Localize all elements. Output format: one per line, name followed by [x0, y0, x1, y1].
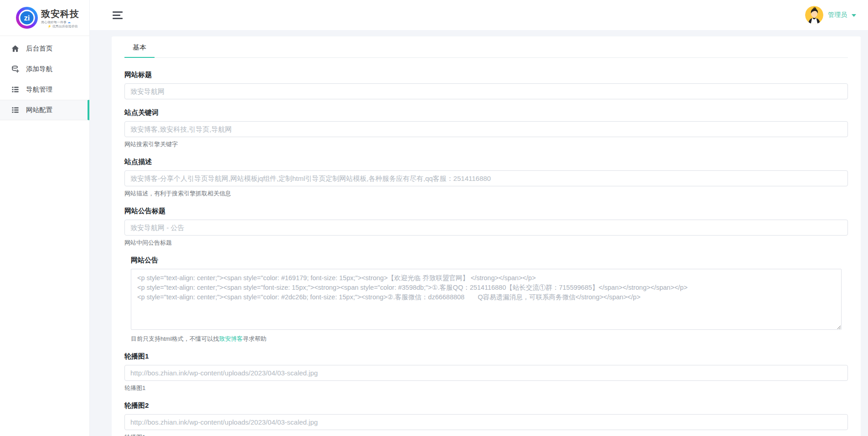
field-notice-title: 网站公告标题 网站中间公告标题 [124, 207, 848, 247]
field-help: 网站搜索引擎关键字 [124, 140, 848, 149]
field-help: 目前只支持html格式，不懂可以找致安博客寻求帮助 [131, 335, 848, 343]
field-site-title: 网站标题 [124, 71, 848, 99]
field-help: 网站中间公告标题 [124, 239, 848, 247]
field-notice-content: 网站公告 <p style="text-align: center;"><spa… [124, 256, 848, 343]
brand-logo[interactable]: zi 致安科技 用心做好每一件事 ☁ ⚡ 优秀品质创造价值 [0, 0, 89, 36]
field-help: 轮播图1 [124, 433, 848, 436]
sidebar-item-label: 后台首页 [26, 44, 52, 53]
notice-textarea[interactable]: <p style="text-align: center;"><span sty… [131, 269, 842, 330]
site-config-form: 网站标题 站点关键词 网站搜索引擎关键字 站点描述 网站描述，有利于搜索引擎抓取… [124, 58, 848, 436]
field-label: 网站标题 [124, 71, 848, 79]
list-icon [11, 85, 20, 94]
settings-card: 基本 网站标题 站点关键词 网站搜索引擎关键字 站点描述 [112, 36, 861, 436]
sidebar-item-label: 添加导航 [26, 65, 52, 73]
user-menu[interactable]: 管理员 [805, 6, 856, 24]
sidebar-item-label: 网站配置 [26, 106, 52, 114]
home-icon [11, 44, 20, 53]
field-label: 轮播图2 [124, 401, 848, 410]
site-title-input[interactable] [124, 83, 848, 99]
app-root: zi 致安科技 用心做好每一件事 ☁ ⚡ 优秀品质创造价值 后台首页 [0, 0, 868, 436]
sidebar: zi 致安科技 用心做好每一件事 ☁ ⚡ 优秀品质创造价值 后台首页 [0, 0, 90, 436]
brand-tagline-2: ⚡ 优秀品质创造价值 [41, 24, 79, 28]
sidebar-item-add-nav[interactable]: 添加导航 [0, 59, 89, 79]
field-help: 轮播图1 [124, 384, 848, 392]
cloud-icon: ☁ [67, 21, 71, 24]
chevron-down-icon [852, 14, 856, 17]
field-banner-2: 轮播图2 轮播图1 [124, 401, 848, 436]
sidebar-menu: 后台首页 添加导航 [0, 36, 89, 120]
sidebar-item-nav-manage[interactable]: 导航管理 [0, 79, 89, 100]
spark-icon: ⚡ [47, 25, 52, 28]
user-name: 管理员 [828, 11, 847, 19]
sidebar-item-site-config[interactable]: 网站配置 [0, 100, 89, 120]
sidebar-item-label: 导航管理 [26, 85, 52, 94]
field-label: 站点关键词 [124, 108, 848, 117]
field-label: 轮播图1 [124, 352, 848, 361]
svg-text:zi: zi [24, 14, 30, 22]
site-keywords-input[interactable] [124, 121, 848, 137]
brand-logo-icon: zi [16, 6, 38, 29]
tab-bar: 基本 [124, 36, 848, 58]
add-nav-icon [11, 65, 20, 73]
field-site-description: 站点描述 网站描述，有利于搜索引擎抓取相关信息 [124, 158, 848, 198]
brand-text-block: 致安科技 用心做好每一件事 ☁ ⚡ 优秀品质创造价值 [41, 8, 79, 28]
list-icon [11, 106, 20, 114]
banner2-input[interactable] [124, 414, 848, 430]
brand-name: 致安科技 [41, 8, 79, 20]
banner1-input[interactable] [124, 365, 848, 381]
field-site-keywords: 站点关键词 网站搜索引擎关键字 [124, 108, 848, 149]
site-description-input[interactable] [124, 170, 848, 186]
avatar [805, 6, 823, 24]
menu-toggle-button[interactable] [113, 11, 124, 19]
help-text: 寻求帮助 [243, 335, 267, 342]
field-label: 网站公告标题 [124, 207, 848, 215]
field-label: 网站公告 [131, 256, 848, 265]
zhian-blog-link[interactable]: 致安博客 [219, 335, 243, 342]
help-text: 目前只支持html格式，不懂可以找 [131, 335, 219, 342]
content-area: 基本 网站标题 站点关键词 网站搜索引擎关键字 站点描述 [90, 30, 868, 436]
field-banner-1: 轮播图1 轮播图1 [124, 352, 848, 392]
field-help: 网站描述，有利于搜索引擎抓取相关信息 [124, 190, 848, 198]
topbar: 管理员 [90, 0, 868, 30]
field-label: 站点描述 [124, 158, 848, 166]
brand-tagline-1: 用心做好每一件事 ☁ [41, 20, 79, 24]
main-column: 管理员 基本 网站标题 站点关键词 网站搜索引擎关键字 [90, 0, 868, 436]
notice-title-input[interactable] [124, 220, 848, 236]
tab-basic[interactable]: 基本 [124, 36, 155, 58]
sidebar-item-dashboard[interactable]: 后台首页 [0, 38, 89, 59]
